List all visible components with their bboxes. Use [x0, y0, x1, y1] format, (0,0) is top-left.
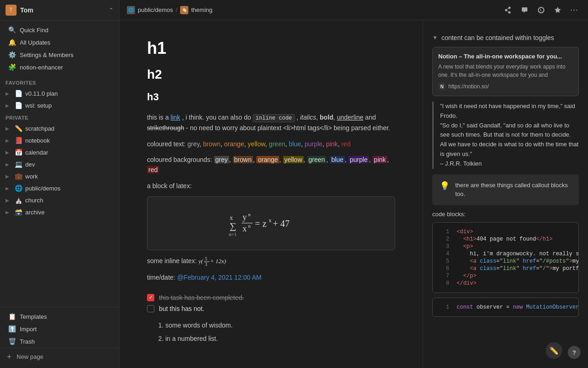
color-yellow: yellow: [248, 140, 265, 148]
sidebar-item-church[interactable]: ▶ ⛪ church: [0, 195, 119, 206]
blockquote: "I wish it need not have happened in my …: [432, 102, 579, 169]
underline-text: underline: [337, 114, 363, 121]
sidebar-item-scratchpad[interactable]: ▶ ✏️ scratchpad: [0, 123, 119, 134]
dev-icon: 💻: [15, 161, 23, 168]
checkbox-incomplete-row: but this has not.: [147, 305, 395, 312]
sidebar-item-label: Settings & Members: [20, 52, 74, 58]
sidebar-item-dev[interactable]: ▶ 💻 dev: [0, 159, 119, 170]
color-orange: orange: [224, 140, 244, 148]
svg-text:y: y: [243, 213, 247, 222]
workspace-icon: T: [6, 5, 17, 16]
italic-text: italics: [300, 114, 316, 121]
sidebar-item-label: Quick Find: [20, 27, 48, 34]
list-item: in a numbered list.: [165, 333, 395, 345]
date-mention[interactable]: @February 4, 2021 12:00 AM: [177, 274, 261, 281]
sidebar-item-import[interactable]: ⬆️ Import: [3, 323, 116, 335]
toggle-icon: ▶: [6, 186, 13, 191]
tree-item-label: v0.11.0 plan: [25, 90, 113, 97]
workspace-switcher[interactable]: T Tom ⌃: [0, 0, 119, 21]
checkbox-completed[interactable]: ✓: [147, 294, 154, 301]
sidebar-item-label: All Updates: [20, 39, 50, 46]
inline-latex: y( 5 3 + 12x): [198, 257, 235, 264]
color-purple: purple: [305, 140, 322, 148]
breadcrumb-current: 🏷️ theming: [180, 6, 212, 14]
code-line: 1 <div>: [433, 228, 578, 236]
tree-item-label: scratchpad: [25, 125, 113, 132]
color-grey: grey: [187, 140, 199, 148]
latex-block: x ∑ n=1 y n x n = z x + 47: [147, 196, 395, 250]
breadcrumb-current-label: theming: [191, 6, 212, 13]
checkbox-incomplete-label: but this has not.: [159, 305, 204, 312]
sidebar: T Tom ⌃ 🔍 Quick Find 🔔 All Updates ⚙️ Se…: [0, 0, 119, 368]
sidebar-item-templates[interactable]: 📋 Templates: [3, 310, 116, 322]
toggle-icon: ▶: [6, 138, 13, 143]
sidebar-item-notion-enhancer[interactable]: 🧩 notion-enhancer: [3, 61, 116, 73]
share-button[interactable]: [502, 4, 514, 17]
checkbox-empty[interactable]: [147, 305, 154, 312]
latex-formula-svg: x ∑ n=1 y n x n = z x + 47: [225, 206, 317, 238]
doc-icon: 📄: [15, 90, 23, 97]
favorite-button[interactable]: [551, 4, 564, 17]
more-button[interactable]: ···: [568, 4, 581, 17]
sidebar-item-calendar[interactable]: ▶ 📅 calendar: [0, 147, 119, 158]
color-blue: blue: [289, 140, 301, 148]
breadcrumb-root-icon: 🌐: [127, 6, 135, 14]
color-red: red: [341, 140, 351, 148]
bg-yellow: yellow: [283, 156, 304, 163]
svg-text:x: x: [230, 214, 233, 221]
code-section-label: code blocks:: [432, 211, 579, 218]
svg-text:3: 3: [205, 262, 207, 267]
tree-item-label: archive: [25, 209, 113, 216]
inline-latex-para: some inline latex: y( 5 3 + 12x): [147, 256, 395, 267]
card-desc: A new tool that blends your everyday wor…: [438, 63, 573, 79]
toggle-icon: ▶: [6, 198, 13, 203]
sidebar-item-trash[interactable]: 🗑️ Trash: [3, 335, 116, 347]
topbar: 🌐 public/demos / 🏷️ theming ···: [119, 0, 588, 20]
new-page-button[interactable]: ＋ New page: [0, 348, 119, 365]
sidebar-item-archive[interactable]: ▶ 🗃️ archive: [0, 207, 119, 218]
sidebar-item-wsl-setup[interactable]: ▶ 📄 wsl: setup: [0, 100, 119, 111]
bottom-item-label: Import: [20, 326, 37, 333]
sidebar-item-settings[interactable]: ⚙️ Settings & Members: [3, 49, 116, 61]
color-brown: brown: [203, 140, 220, 148]
svg-text:+ 47: + 47: [273, 218, 289, 229]
comments-button[interactable]: [518, 4, 531, 17]
sidebar-item-public-demos[interactable]: ▶ 🌐 public/demos: [0, 183, 119, 194]
sidebar-bottom: 📋 Templates ⬆️ Import 🗑️ Trash ＋ New pag…: [0, 307, 119, 368]
code-line: 8 </div>: [433, 280, 578, 287]
breadcrumb-root-label[interactable]: public/demos: [138, 6, 173, 13]
svg-text:n: n: [248, 223, 251, 229]
chevron-icon: ⌃: [109, 7, 113, 13]
color-pink: pink: [326, 140, 338, 148]
bg-purple: purple: [348, 156, 369, 163]
sidebar-item-all-updates[interactable]: 🔔 All Updates: [3, 36, 116, 48]
strike-text: strikethrough: [147, 124, 184, 132]
sidebar-item-notebook[interactable]: ▶ 📕 notebook: [0, 135, 119, 146]
ordered-list: some words of wisdom. in a numbered list…: [147, 320, 395, 345]
edit-fab[interactable]: ✏️: [546, 342, 562, 359]
bottom-item-label: Templates: [20, 313, 47, 320]
sidebar-item-work[interactable]: ▶ 💼 work: [0, 171, 119, 182]
calendar-icon: 📅: [15, 149, 23, 156]
toggle-icon: ▶: [6, 103, 13, 108]
bottom-item-label: Trash: [20, 338, 35, 345]
toggle-icon: ▶: [6, 174, 13, 179]
card-link[interactable]: N https://notion.so/: [438, 83, 573, 90]
code-line: 3 <p>: [433, 243, 578, 250]
sidebar-item-v011-plan[interactable]: ▶ 📄 v0.11.0 plan: [0, 88, 119, 99]
tree-item-label: church: [25, 197, 113, 204]
history-button[interactable]: [535, 4, 548, 17]
sidebar-item-quick-find[interactable]: 🔍 Quick Find: [3, 24, 116, 36]
heading-2: h2: [147, 67, 395, 82]
sidebar-item-label: notion-enhancer: [20, 64, 63, 71]
help-button[interactable]: ?: [568, 346, 581, 359]
page-content: h1 h2 h3 this is a link , i think. you c…: [119, 20, 423, 368]
breadcrumb-separator: /: [176, 6, 178, 13]
inline-code: inline code: [253, 114, 294, 122]
toggle-block[interactable]: ▼ content can be contained within toggle…: [432, 34, 579, 41]
toggle-icon: ▶: [6, 91, 13, 96]
inline-link[interactable]: link: [170, 114, 180, 121]
svg-text:n=1: n=1: [229, 231, 237, 237]
gear-icon: ⚙️: [8, 51, 16, 58]
callout-text: there are these things called callout bl…: [455, 181, 571, 199]
